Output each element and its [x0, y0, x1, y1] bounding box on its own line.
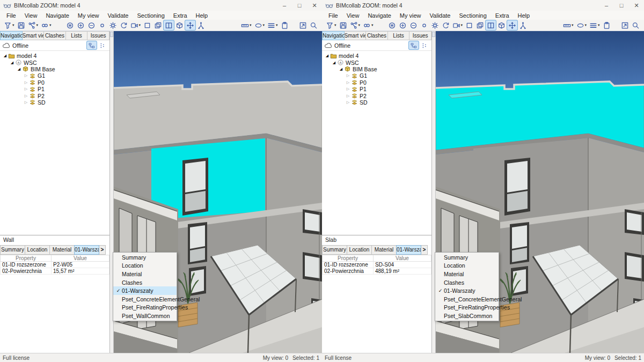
- property-tab-material[interactable]: Material: [371, 245, 397, 255]
- view-single-button[interactable]: [142, 20, 152, 30]
- view-split-button[interactable]: [164, 20, 174, 30]
- line-styles-button[interactable]: ▾: [266, 20, 279, 30]
- share-dropdown-caret[interactable]: ▾: [36, 23, 39, 27]
- menu-item-view[interactable]: View: [342, 11, 364, 20]
- share-button[interactable]: ▾: [27, 20, 40, 30]
- orbit-settings-button[interactable]: [430, 20, 440, 30]
- tree-item-bim-base[interactable]: ◢BIM Base: [0, 66, 109, 72]
- saved-views-button[interactable]: ▾: [451, 20, 464, 30]
- orbit-point-button[interactable]: [419, 20, 429, 30]
- property-tab-overflow-button[interactable]: >: [421, 245, 428, 255]
- tree-collapse-arrow[interactable]: ▷: [345, 87, 351, 91]
- tree-item-sd[interactable]: ▷SD: [322, 99, 431, 106]
- panel-tab-smart-views[interactable]: Smart views: [23, 31, 45, 40]
- property-tab-overflow-button[interactable]: >: [99, 245, 106, 255]
- tree-collapse-arrow[interactable]: ▷: [23, 94, 29, 98]
- tree-item-p1[interactable]: ▷P1: [322, 86, 431, 92]
- tree-item-wsc[interactable]: ◢WSC: [322, 59, 431, 65]
- zoom-in-button[interactable]: [76, 20, 86, 30]
- maximize-button[interactable]: □: [614, 0, 629, 11]
- zoom-extents-button[interactable]: [65, 20, 75, 30]
- walk-mode-button[interactable]: [518, 20, 528, 30]
- save-viewpoint-button[interactable]: [338, 20, 348, 30]
- context-menu-item-material[interactable]: Material: [435, 270, 499, 278]
- menu-item-sectioning[interactable]: Sectioning: [133, 11, 169, 20]
- import-model-button[interactable]: ▾: [325, 20, 338, 30]
- tree-item-wsc[interactable]: ◢WSC: [0, 59, 109, 65]
- menu-item-extra[interactable]: Extra: [491, 11, 514, 20]
- walk-mode-button[interactable]: [196, 20, 206, 30]
- saved-views-dropdown-caret[interactable]: ▾: [139, 23, 141, 27]
- tree-item-model-4[interactable]: ◢model 4: [0, 53, 109, 59]
- menu-item-validate[interactable]: Validate: [426, 11, 455, 20]
- property-tab-summary[interactable]: Summary: [322, 245, 347, 255]
- measure-dropdown-caret[interactable]: ▾: [572, 23, 574, 27]
- context-menu-item-summary[interactable]: Summary: [435, 253, 499, 262]
- menu-item-view[interactable]: View: [20, 11, 42, 20]
- context-menu-item-pset-fireratingproperties[interactable]: Pset_FireRatingProperties: [113, 304, 177, 312]
- zoom-window-button[interactable]: [631, 20, 641, 30]
- tree-expand-arrow[interactable]: ◢: [338, 67, 344, 71]
- minimize-button[interactable]: –: [599, 0, 614, 11]
- zoom-out-button[interactable]: [86, 20, 97, 30]
- menu-item-navigate[interactable]: Navigate: [41, 11, 73, 20]
- context-menu-item-location[interactable]: Location: [435, 262, 499, 270]
- close-button[interactable]: ✕: [629, 0, 644, 11]
- view-double-button[interactable]: [153, 20, 163, 30]
- orbit-settings-button[interactable]: [108, 20, 118, 30]
- context-menu-item-pset-slabcommon[interactable]: Pset_SlabCommon: [435, 312, 499, 320]
- tree-expand-arrow[interactable]: ◢: [2, 54, 8, 58]
- property-tab-01-warszaty[interactable]: 01-Warszaty: [74, 245, 99, 255]
- context-menu-item-pset-wallcommon[interactable]: Pset_WallCommon: [113, 312, 177, 320]
- section-button[interactable]: ▾: [575, 20, 588, 30]
- import-model-dropdown-caret[interactable]: ▾: [334, 23, 336, 27]
- tree-item-p1[interactable]: ▷P1: [0, 86, 109, 92]
- measure-button[interactable]: ▾: [240, 20, 253, 30]
- view-3d-button[interactable]: [174, 20, 185, 30]
- pan-mode-button[interactable]: [507, 20, 517, 30]
- menu-item-navigate[interactable]: Navigate: [363, 11, 395, 20]
- context-menu-item-material[interactable]: Material: [113, 270, 177, 278]
- menu-item-validate[interactable]: Validate: [104, 11, 133, 20]
- tree-item-sd[interactable]: ▷SD: [0, 99, 109, 106]
- context-menu-item-pset-concreteelementgeneral[interactable]: Pset_ConcreteElementGeneral: [113, 295, 177, 304]
- tree-collapse-arrow[interactable]: ▷: [345, 80, 351, 85]
- property-tab-01-warszaty[interactable]: 01-Warszaty: [396, 245, 421, 255]
- sync-button[interactable]: ▾: [40, 20, 53, 30]
- fullscreen-button[interactable]: [620, 20, 630, 30]
- panel-tab-navigation[interactable]: Navigation: [0, 31, 23, 40]
- tree-item-bim-base[interactable]: ◢BIM Base: [322, 66, 431, 72]
- section-dropdown-caret[interactable]: ▾: [585, 23, 587, 27]
- zoom-extents-button[interactable]: [387, 20, 397, 30]
- menu-item-help[interactable]: Help: [192, 11, 213, 20]
- sync-dropdown-caret[interactable]: ▾: [371, 23, 374, 27]
- maximize-button[interactable]: □: [292, 0, 307, 11]
- sync-dropdown-caret[interactable]: ▾: [49, 23, 52, 27]
- context-menu-item-pset-concreteelementgeneral[interactable]: Pset_ConcreteElementGeneral: [435, 295, 499, 304]
- tree-collapse-arrow[interactable]: ▷: [23, 100, 29, 105]
- panel-tab-lists[interactable]: Lists: [66, 31, 88, 40]
- panel-tab-lists[interactable]: Lists: [388, 31, 410, 40]
- context-menu-item-01-warszaty[interactable]: ✓01-Warszaty: [435, 286, 499, 295]
- panel-tab-navigation[interactable]: Navigation: [322, 31, 345, 40]
- tree-collapse-arrow[interactable]: ▷: [23, 73, 29, 78]
- close-button[interactable]: ✕: [307, 0, 322, 11]
- reset-view-button[interactable]: [119, 20, 129, 30]
- reset-view-button[interactable]: [441, 20, 451, 30]
- measure-dropdown-caret[interactable]: ▾: [250, 23, 252, 27]
- tree-item-p2[interactable]: ▷P2: [0, 92, 109, 99]
- tree-item-p2[interactable]: ▷P2: [322, 92, 431, 99]
- zoom-window-button[interactable]: [309, 20, 319, 30]
- section-button[interactable]: ▾: [253, 20, 266, 30]
- tree-flat-view-button[interactable]: [420, 41, 429, 49]
- view-double-button[interactable]: [475, 20, 485, 30]
- tree-item-p0[interactable]: ▷P0: [0, 79, 109, 86]
- tree-expand-arrow[interactable]: ◢: [324, 54, 330, 58]
- property-tab-summary[interactable]: Summary: [0, 245, 25, 255]
- menu-item-help[interactable]: Help: [514, 11, 535, 20]
- panel-tab-clashes[interactable]: Clashes: [366, 31, 388, 40]
- tree-hierarchy-view-button[interactable]: [87, 41, 97, 49]
- section-dropdown-caret[interactable]: ▾: [263, 23, 265, 27]
- context-menu-item-summary[interactable]: Summary: [113, 253, 177, 262]
- menu-item-file[interactable]: File: [2, 11, 20, 20]
